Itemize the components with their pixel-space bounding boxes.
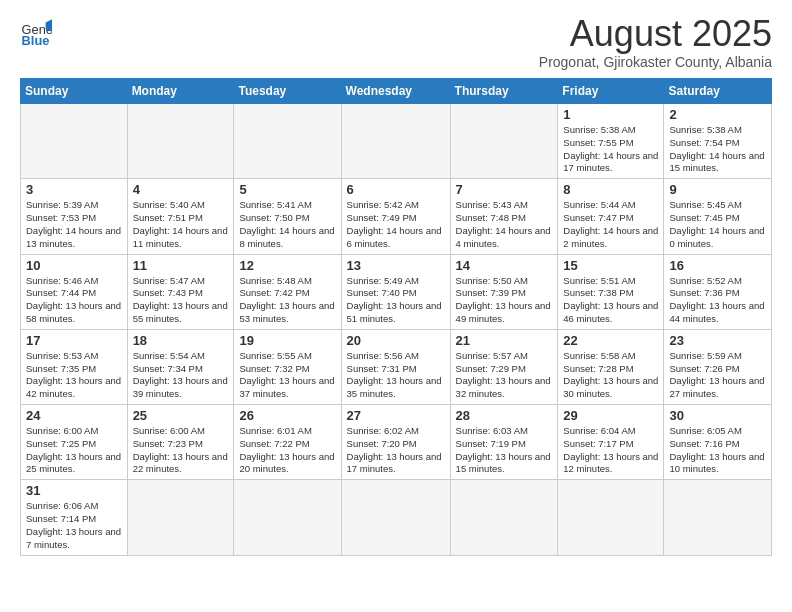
logo: General Blue	[20, 16, 52, 48]
day-number: 9	[669, 182, 766, 197]
day-info: Sunrise: 6:03 AM Sunset: 7:19 PM Dayligh…	[456, 425, 553, 476]
table-row: 17Sunrise: 5:53 AM Sunset: 7:35 PM Dayli…	[21, 329, 128, 404]
col-sunday: Sunday	[21, 79, 128, 104]
day-number: 1	[563, 107, 658, 122]
day-info: Sunrise: 5:55 AM Sunset: 7:32 PM Dayligh…	[239, 350, 335, 401]
table-row	[341, 480, 450, 555]
day-number: 16	[669, 258, 766, 273]
day-info: Sunrise: 5:46 AM Sunset: 7:44 PM Dayligh…	[26, 275, 122, 326]
day-number: 17	[26, 333, 122, 348]
table-row	[558, 480, 664, 555]
table-row	[127, 104, 234, 179]
day-number: 18	[133, 333, 229, 348]
day-number: 20	[347, 333, 445, 348]
day-info: Sunrise: 5:43 AM Sunset: 7:48 PM Dayligh…	[456, 199, 553, 250]
table-row: 12Sunrise: 5:48 AM Sunset: 7:42 PM Dayli…	[234, 254, 341, 329]
day-number: 30	[669, 408, 766, 423]
day-info: Sunrise: 6:00 AM Sunset: 7:25 PM Dayligh…	[26, 425, 122, 476]
table-row: 11Sunrise: 5:47 AM Sunset: 7:43 PM Dayli…	[127, 254, 234, 329]
day-info: Sunrise: 5:40 AM Sunset: 7:51 PM Dayligh…	[133, 199, 229, 250]
table-row	[664, 480, 772, 555]
day-info: Sunrise: 5:38 AM Sunset: 7:54 PM Dayligh…	[669, 124, 766, 175]
day-number: 7	[456, 182, 553, 197]
day-info: Sunrise: 5:56 AM Sunset: 7:31 PM Dayligh…	[347, 350, 445, 401]
day-number: 11	[133, 258, 229, 273]
day-info: Sunrise: 6:01 AM Sunset: 7:22 PM Dayligh…	[239, 425, 335, 476]
table-row: 18Sunrise: 5:54 AM Sunset: 7:34 PM Dayli…	[127, 329, 234, 404]
day-info: Sunrise: 6:00 AM Sunset: 7:23 PM Dayligh…	[133, 425, 229, 476]
table-row	[450, 104, 558, 179]
day-number: 27	[347, 408, 445, 423]
day-number: 5	[239, 182, 335, 197]
table-row: 15Sunrise: 5:51 AM Sunset: 7:38 PM Dayli…	[558, 254, 664, 329]
table-row: 24Sunrise: 6:00 AM Sunset: 7:25 PM Dayli…	[21, 405, 128, 480]
table-row: 7Sunrise: 5:43 AM Sunset: 7:48 PM Daylig…	[450, 179, 558, 254]
day-info: Sunrise: 5:58 AM Sunset: 7:28 PM Dayligh…	[563, 350, 658, 401]
day-number: 24	[26, 408, 122, 423]
table-row: 30Sunrise: 6:05 AM Sunset: 7:16 PM Dayli…	[664, 405, 772, 480]
day-info: Sunrise: 5:48 AM Sunset: 7:42 PM Dayligh…	[239, 275, 335, 326]
day-info: Sunrise: 5:38 AM Sunset: 7:55 PM Dayligh…	[563, 124, 658, 175]
table-row: 21Sunrise: 5:57 AM Sunset: 7:29 PM Dayli…	[450, 329, 558, 404]
table-row: 2Sunrise: 5:38 AM Sunset: 7:54 PM Daylig…	[664, 104, 772, 179]
day-number: 19	[239, 333, 335, 348]
day-info: Sunrise: 5:57 AM Sunset: 7:29 PM Dayligh…	[456, 350, 553, 401]
day-number: 28	[456, 408, 553, 423]
day-info: Sunrise: 5:50 AM Sunset: 7:39 PM Dayligh…	[456, 275, 553, 326]
table-row: 31Sunrise: 6:06 AM Sunset: 7:14 PM Dayli…	[21, 480, 128, 555]
table-row	[341, 104, 450, 179]
table-row: 19Sunrise: 5:55 AM Sunset: 7:32 PM Dayli…	[234, 329, 341, 404]
table-row	[127, 480, 234, 555]
table-row: 14Sunrise: 5:50 AM Sunset: 7:39 PM Dayli…	[450, 254, 558, 329]
day-info: Sunrise: 5:52 AM Sunset: 7:36 PM Dayligh…	[669, 275, 766, 326]
day-number: 29	[563, 408, 658, 423]
table-row: 3Sunrise: 5:39 AM Sunset: 7:53 PM Daylig…	[21, 179, 128, 254]
day-info: Sunrise: 5:42 AM Sunset: 7:49 PM Dayligh…	[347, 199, 445, 250]
day-info: Sunrise: 5:44 AM Sunset: 7:47 PM Dayligh…	[563, 199, 658, 250]
day-info: Sunrise: 5:53 AM Sunset: 7:35 PM Dayligh…	[26, 350, 122, 401]
day-number: 26	[239, 408, 335, 423]
day-number: 12	[239, 258, 335, 273]
day-info: Sunrise: 5:41 AM Sunset: 7:50 PM Dayligh…	[239, 199, 335, 250]
header: General Blue August 2025 Progonat, Gjiro…	[20, 16, 772, 70]
col-wednesday: Wednesday	[341, 79, 450, 104]
table-row: 25Sunrise: 6:00 AM Sunset: 7:23 PM Dayli…	[127, 405, 234, 480]
page: General Blue August 2025 Progonat, Gjiro…	[0, 0, 792, 566]
day-info: Sunrise: 5:54 AM Sunset: 7:34 PM Dayligh…	[133, 350, 229, 401]
day-info: Sunrise: 5:49 AM Sunset: 7:40 PM Dayligh…	[347, 275, 445, 326]
day-info: Sunrise: 6:02 AM Sunset: 7:20 PM Dayligh…	[347, 425, 445, 476]
day-info: Sunrise: 5:47 AM Sunset: 7:43 PM Dayligh…	[133, 275, 229, 326]
table-row: 28Sunrise: 6:03 AM Sunset: 7:19 PM Dayli…	[450, 405, 558, 480]
day-number: 4	[133, 182, 229, 197]
day-number: 10	[26, 258, 122, 273]
day-number: 2	[669, 107, 766, 122]
table-row: 22Sunrise: 5:58 AM Sunset: 7:28 PM Dayli…	[558, 329, 664, 404]
day-number: 21	[456, 333, 553, 348]
col-monday: Monday	[127, 79, 234, 104]
day-info: Sunrise: 6:05 AM Sunset: 7:16 PM Dayligh…	[669, 425, 766, 476]
col-tuesday: Tuesday	[234, 79, 341, 104]
day-number: 31	[26, 483, 122, 498]
table-row: 23Sunrise: 5:59 AM Sunset: 7:26 PM Dayli…	[664, 329, 772, 404]
generalblue-logo-icon: General Blue	[20, 16, 52, 48]
table-row: 6Sunrise: 5:42 AM Sunset: 7:49 PM Daylig…	[341, 179, 450, 254]
day-number: 23	[669, 333, 766, 348]
table-row	[234, 480, 341, 555]
svg-text:Blue: Blue	[22, 33, 50, 48]
table-row: 29Sunrise: 6:04 AM Sunset: 7:17 PM Dayli…	[558, 405, 664, 480]
day-number: 25	[133, 408, 229, 423]
table-row: 9Sunrise: 5:45 AM Sunset: 7:45 PM Daylig…	[664, 179, 772, 254]
table-row: 27Sunrise: 6:02 AM Sunset: 7:20 PM Dayli…	[341, 405, 450, 480]
table-row: 5Sunrise: 5:41 AM Sunset: 7:50 PM Daylig…	[234, 179, 341, 254]
col-thursday: Thursday	[450, 79, 558, 104]
day-number: 6	[347, 182, 445, 197]
day-info: Sunrise: 5:51 AM Sunset: 7:38 PM Dayligh…	[563, 275, 658, 326]
day-number: 14	[456, 258, 553, 273]
table-row: 1Sunrise: 5:38 AM Sunset: 7:55 PM Daylig…	[558, 104, 664, 179]
table-row: 16Sunrise: 5:52 AM Sunset: 7:36 PM Dayli…	[664, 254, 772, 329]
table-row: 4Sunrise: 5:40 AM Sunset: 7:51 PM Daylig…	[127, 179, 234, 254]
day-number: 3	[26, 182, 122, 197]
col-friday: Friday	[558, 79, 664, 104]
day-info: Sunrise: 5:45 AM Sunset: 7:45 PM Dayligh…	[669, 199, 766, 250]
day-info: Sunrise: 5:59 AM Sunset: 7:26 PM Dayligh…	[669, 350, 766, 401]
